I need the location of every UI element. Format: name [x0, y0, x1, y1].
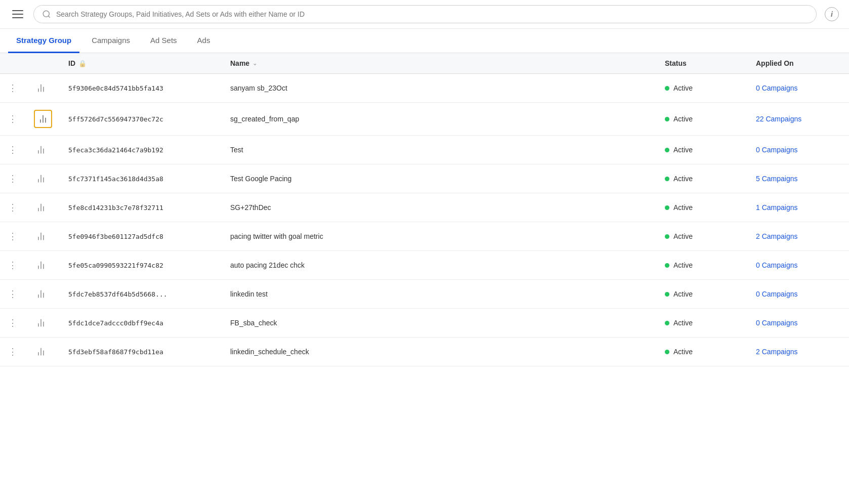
- col-name-header: Name ⌄: [222, 53, 657, 74]
- row-name: Test: [222, 136, 657, 164]
- sort-icon[interactable]: ⌄: [252, 60, 257, 67]
- row-chart-icon-cell[interactable]: [26, 136, 60, 164]
- status-dot: [665, 234, 669, 239]
- status-dot: [665, 205, 669, 210]
- row-applied-on[interactable]: 5 Campaigns: [748, 164, 849, 193]
- chart-icon[interactable]: [34, 229, 48, 243]
- tab-ad-sets[interactable]: Ad Sets: [142, 29, 185, 53]
- tabs-bar: Strategy GroupCampaignsAd SetsAds: [0, 29, 849, 53]
- table-header: ID 🔒 Name ⌄ Status Applied On: [0, 53, 849, 74]
- row-name: sg_created_from_qap: [222, 103, 657, 136]
- row-chart-icon-cell[interactable]: [26, 103, 60, 136]
- chart-icon[interactable]: [34, 316, 48, 330]
- table-body: ⋮ 5f9306e0c84d5741bb5fa143sanyam sb_23Oc…: [0, 74, 849, 366]
- chart-icon[interactable]: [34, 287, 48, 301]
- table-row: ⋮ 5fe8cd14231b3c7e78f32711SG+27thDec Act…: [0, 193, 849, 222]
- row-applied-on[interactable]: 0 Campaigns: [748, 309, 849, 338]
- row-menu-dots[interactable]: ⋮: [0, 193, 26, 222]
- search-input[interactable]: [56, 10, 808, 18]
- menu-icon[interactable]: [10, 8, 25, 20]
- row-name: sanyam sb_23Oct: [222, 74, 657, 103]
- row-menu-dots[interactable]: ⋮: [0, 309, 26, 338]
- table-row: ⋮ 5fc7371f145ac3618d4d35a8Test Google Pa…: [0, 164, 849, 193]
- tab-ads[interactable]: Ads: [189, 29, 219, 53]
- row-menu-dots[interactable]: ⋮: [0, 338, 26, 366]
- status-dot: [665, 350, 669, 354]
- search-bar[interactable]: [33, 5, 817, 23]
- row-status: Active: [657, 280, 748, 309]
- status-text: Active: [673, 203, 693, 212]
- row-status: Active: [657, 309, 748, 338]
- row-chart-icon-cell[interactable]: [26, 164, 60, 193]
- col-applied-header: Applied On: [748, 53, 849, 74]
- status-text: Active: [673, 348, 693, 356]
- row-chart-icon-cell[interactable]: [26, 280, 60, 309]
- tab-campaigns[interactable]: Campaigns: [83, 29, 138, 53]
- tab-strategy-group[interactable]: Strategy Group: [8, 29, 79, 53]
- row-chart-icon-cell[interactable]: [26, 222, 60, 251]
- chart-icon[interactable]: [34, 81, 48, 95]
- row-name: SG+27thDec: [222, 193, 657, 222]
- status-text: Active: [673, 232, 693, 240]
- chart-icon[interactable]: [34, 345, 48, 359]
- row-status: Active: [657, 222, 748, 251]
- table-row: ⋮ 5fd3ebf58af8687f9cbd11ealinkedin_sched…: [0, 338, 849, 366]
- chart-icon[interactable]: [34, 200, 48, 215]
- row-menu-dots[interactable]: ⋮: [0, 164, 26, 193]
- row-id: 5fdc1dce7adccc0dbff9ec4a: [60, 309, 222, 338]
- svg-line-1: [48, 16, 50, 17]
- row-menu-dots[interactable]: ⋮: [0, 103, 26, 136]
- row-name: auto pacing 21dec chck: [222, 251, 657, 280]
- chart-icon[interactable]: [34, 258, 48, 272]
- row-applied-on[interactable]: 0 Campaigns: [748, 280, 849, 309]
- id-label: ID: [68, 59, 75, 67]
- row-chart-icon-cell[interactable]: [26, 251, 60, 280]
- row-menu-dots[interactable]: ⋮: [0, 251, 26, 280]
- table-row: ⋮ 5fdc7eb8537df64b5d5668...linkedin test…: [0, 280, 849, 309]
- row-chart-icon-cell[interactable]: [26, 309, 60, 338]
- row-status: Active: [657, 103, 748, 136]
- status-text: Active: [673, 84, 693, 92]
- chart-icon[interactable]: [34, 143, 48, 157]
- row-status: Active: [657, 251, 748, 280]
- row-applied-on[interactable]: 0 Campaigns: [748, 136, 849, 164]
- row-menu-dots[interactable]: ⋮: [0, 74, 26, 103]
- table-row: ⋮ 5f9306e0c84d5741bb5fa143sanyam sb_23Oc…: [0, 74, 849, 103]
- status-text: Active: [673, 146, 693, 154]
- row-status: Active: [657, 193, 748, 222]
- row-chart-icon-cell[interactable]: [26, 74, 60, 103]
- row-id: 5fe05ca0990593221f974c82: [60, 251, 222, 280]
- row-chart-icon-cell[interactable]: [26, 193, 60, 222]
- status-text: Active: [673, 319, 693, 327]
- table-row: ⋮ 5fe05ca0990593221f974c82auto pacing 21…: [0, 251, 849, 280]
- row-id: 5fc7371f145ac3618d4d35a8: [60, 164, 222, 193]
- row-id: 5ff5726d7c556947370ec72c: [60, 103, 222, 136]
- svg-point-0: [43, 11, 49, 17]
- status-text: Active: [673, 261, 693, 269]
- row-menu-dots[interactable]: ⋮: [0, 222, 26, 251]
- lock-icon: 🔒: [78, 60, 87, 67]
- row-applied-on[interactable]: 1 Campaigns: [748, 193, 849, 222]
- info-icon[interactable]: i: [825, 7, 839, 21]
- row-id: 5feca3c36da21464c7a9b192: [60, 136, 222, 164]
- row-status: Active: [657, 136, 748, 164]
- chart-icon[interactable]: [34, 172, 48, 186]
- row-status: Active: [657, 74, 748, 103]
- row-applied-on[interactable]: 0 Campaigns: [748, 251, 849, 280]
- row-applied-on[interactable]: 0 Campaigns: [748, 74, 849, 103]
- row-name: linkedin test: [222, 280, 657, 309]
- chart-icon-highlighted[interactable]: [34, 110, 52, 128]
- row-menu-dots[interactable]: ⋮: [0, 280, 26, 309]
- row-applied-on[interactable]: 22 Campaigns: [748, 103, 849, 136]
- table-container: ID 🔒 Name ⌄ Status Applied On: [0, 53, 849, 366]
- row-chart-icon-cell[interactable]: [26, 338, 60, 366]
- row-applied-on[interactable]: 2 Campaigns: [748, 222, 849, 251]
- status-text: Active: [673, 290, 693, 298]
- row-applied-on[interactable]: 2 Campaigns: [748, 338, 849, 366]
- row-menu-dots[interactable]: ⋮: [0, 136, 26, 164]
- status-dot: [665, 292, 669, 297]
- row-status: Active: [657, 338, 748, 366]
- row-id: 5fd3ebf58af8687f9cbd11ea: [60, 338, 222, 366]
- table-row: ⋮ 5feca3c36da21464c7a9b192Test Active 0 …: [0, 136, 849, 164]
- row-id: 5fe0946f3be601127ad5dfc8: [60, 222, 222, 251]
